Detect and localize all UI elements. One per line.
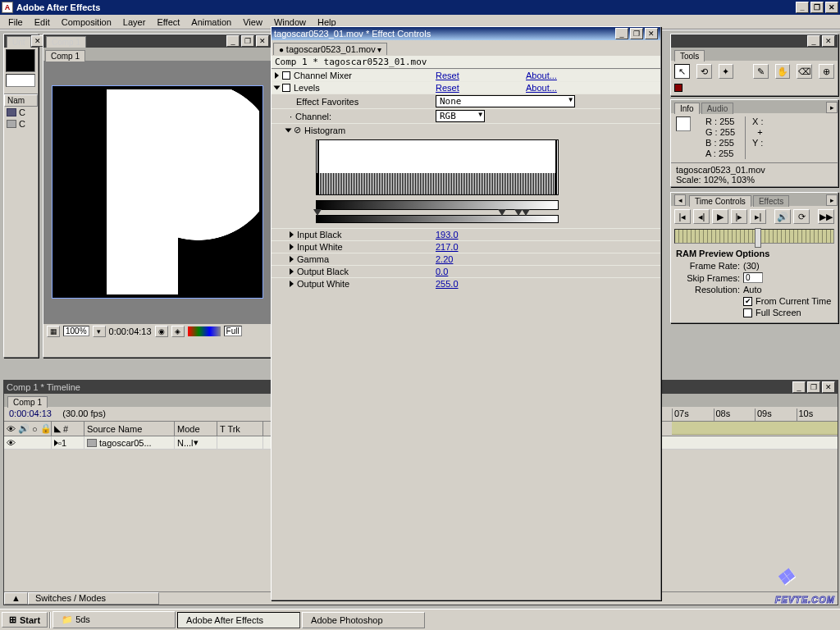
menu-layer[interactable]: Layer (118, 16, 151, 29)
grid-icon[interactable]: ▾ (93, 326, 106, 337)
snapshot-icon[interactable]: ◉ (155, 326, 168, 337)
effect-levels[interactable]: Levels (294, 83, 320, 93)
timeline-max-button[interactable]: ❐ (807, 381, 820, 393)
menu-animation[interactable]: Animation (186, 16, 236, 29)
menu-view[interactable]: View (238, 16, 267, 29)
histogram[interactable] (316, 139, 559, 223)
menu-effect[interactable]: Effect (152, 16, 185, 29)
tools-tab[interactable]: Tools (674, 50, 705, 62)
expand-icon[interactable] (290, 281, 294, 287)
switches-modes-toggle[interactable]: Switches / Modes (28, 592, 159, 605)
comp-close-button[interactable]: ✕ (256, 35, 269, 47)
tab-info[interactable]: Info (674, 103, 700, 114)
maximize-button[interactable]: ❐ (810, 2, 824, 13)
rotate-tool-icon[interactable]: ⟲ (696, 64, 712, 79)
audio-icon[interactable]: 🔊 (774, 209, 791, 224)
channel-dropdown[interactable]: RGB (436, 110, 485, 122)
tc-prev-icon[interactable]: ◂ (674, 194, 686, 206)
pen-tool-icon[interactable]: ✎ (753, 64, 769, 79)
output-black-value[interactable]: 0.0 (436, 267, 526, 276)
favorites-dropdown[interactable]: None (436, 95, 575, 107)
about-link[interactable]: About... (526, 71, 660, 80)
frame-rate-dropdown[interactable]: (30) (743, 261, 760, 271)
eraser-tool-icon[interactable]: ⌫ (797, 64, 812, 79)
input-white-value[interactable]: 217.0 (436, 242, 526, 252)
taskbar-ae[interactable]: Adobe After Effects (177, 612, 300, 628)
tab-audio[interactable]: Audio (701, 103, 734, 114)
expand-icon[interactable] (285, 128, 292, 132)
layer-mode[interactable]: N...l (177, 438, 194, 448)
from-current-checkbox[interactable]: ✔ (743, 297, 752, 306)
video-visible-icon[interactable]: 👁 (7, 438, 16, 448)
lock-toggle-icon[interactable]: 🔒 (40, 423, 52, 434)
zoom-dropdown[interactable]: 100% (63, 326, 89, 336)
expand-icon[interactable] (290, 256, 294, 262)
timeline-close-button[interactable]: ✕ (822, 381, 835, 393)
comp-min-button[interactable]: _ (226, 35, 240, 47)
close-button[interactable]: ✕ (825, 2, 838, 13)
project-item[interactable]: C (4, 118, 38, 130)
resolution-dropdown[interactable]: Auto (743, 285, 762, 294)
start-button[interactable]: ⊞Start (2, 612, 48, 628)
next-frame-icon[interactable]: |▸ (731, 209, 747, 224)
fx-enable-checkbox[interactable] (282, 71, 290, 80)
tab-effects[interactable]: Effects (753, 195, 789, 207)
taskbar-ps[interactable]: Adobe Photoshop (302, 612, 425, 628)
zoom-out-icon[interactable]: ▲ (4, 592, 28, 605)
panel-menu-icon[interactable]: ▸ (826, 102, 838, 113)
color-swatch[interactable] (674, 84, 682, 92)
tools-close-icon[interactable]: ✕ (822, 35, 835, 47)
tab-time-controls[interactable]: Time Controls (689, 195, 751, 207)
fx-max-button[interactable]: ❐ (630, 28, 643, 39)
time-ruler[interactable]: 07s 08s 09s 10s (672, 409, 838, 422)
solo-toggle-icon[interactable]: ○ (32, 424, 38, 434)
input-black-handle[interactable] (313, 209, 322, 216)
skip-frames-input[interactable]: 0 (743, 272, 763, 283)
fx-enable-checkbox[interactable] (282, 84, 290, 92)
fx-min-button[interactable]: _ (615, 28, 628, 39)
timeline-timecode[interactable]: 0:00:04:13 (9, 409, 52, 418)
timeline-tab[interactable]: Comp 1 (7, 396, 48, 408)
reset-link[interactable]: Reset (436, 71, 526, 80)
play-icon[interactable]: ▶ (712, 209, 728, 224)
layer-track-bar[interactable] (672, 422, 838, 435)
orbit-tool-icon[interactable]: ✦ (719, 64, 734, 79)
taskbar-folder[interactable]: 📁 5ds (52, 611, 176, 628)
jog-shuttle[interactable] (674, 229, 834, 244)
comp-tab[interactable]: Comp 1 (46, 36, 86, 48)
input-black-slider[interactable] (498, 209, 506, 216)
ram-preview-icon[interactable]: ▶▶ (818, 209, 834, 224)
input-white-slider[interactable] (522, 209, 530, 216)
about-link[interactable]: About... (526, 83, 660, 93)
expand-icon[interactable] (54, 440, 58, 446)
reset-link[interactable]: Reset (436, 83, 526, 93)
channel-buttons[interactable] (188, 326, 221, 336)
last-frame-icon[interactable]: ▸| (750, 209, 766, 224)
output-white-value[interactable]: 255.0 (436, 279, 526, 289)
menu-file[interactable]: File (3, 16, 28, 29)
timeline-scrollbar[interactable] (677, 591, 838, 605)
fx-close-button[interactable]: ✕ (645, 28, 658, 39)
minimize-button[interactable]: _ (796, 2, 809, 13)
tools-min-icon[interactable]: _ (807, 35, 820, 47)
output-gradient[interactable] (316, 215, 559, 223)
input-black-value[interactable]: 193.0 (436, 230, 526, 240)
input-gradient[interactable] (316, 200, 559, 210)
project-tab[interactable]: Unt (7, 36, 31, 48)
col-source[interactable]: Source Name (84, 422, 175, 436)
show-snapshot-icon[interactable]: ◈ (171, 326, 185, 337)
comp-max-button[interactable]: ❐ (241, 35, 254, 47)
comp-inner-tab[interactable]: Comp 1 (45, 50, 85, 62)
col-mode[interactable]: Mode (175, 422, 217, 436)
menu-composition[interactable]: Composition (57, 16, 116, 29)
timecode-display[interactable]: 0:00:04:13 (109, 326, 152, 336)
gamma-value[interactable]: 2.20 (436, 254, 526, 264)
selection-tool-icon[interactable]: ↖ (674, 64, 690, 79)
hand-tool-icon[interactable]: ✋ (775, 64, 791, 79)
menu-edit[interactable]: Edit (30, 16, 55, 29)
comp-canvas[interactable] (43, 61, 272, 323)
expand-icon[interactable] (275, 72, 279, 79)
project-col-name[interactable]: Nam (4, 94, 38, 107)
tc-menu-icon[interactable]: ▸ (826, 194, 838, 206)
timeline-min-button[interactable]: _ (792, 381, 806, 393)
